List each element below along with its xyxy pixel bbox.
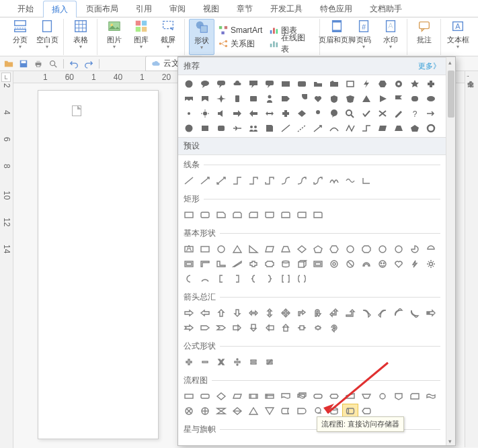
fc-punchtape[interactable]	[423, 389, 439, 404]
tab-view[interactable]: 视图	[195, 1, 227, 17]
arrow-l[interactable]	[197, 306, 213, 320]
line-10[interactable]	[326, 173, 342, 188]
basic-arc[interactable]	[197, 271, 213, 286]
line-11[interactable]	[342, 173, 358, 188]
comment-button[interactable]: 批注	[411, 19, 437, 45]
table-button[interactable]: 表格▾	[68, 19, 93, 49]
basic-bracket-l[interactable]	[213, 271, 229, 286]
shape-square-outline[interactable]	[342, 77, 358, 91]
arrow-lrcallout[interactable]	[294, 320, 310, 335]
picture-button[interactable]: 图片▾	[102, 19, 127, 49]
shape-folder2[interactable]	[326, 77, 342, 91]
tab-start[interactable]: 开始	[9, 1, 42, 17]
basic-dec[interactable]	[374, 242, 391, 257]
fc-internal[interactable]	[262, 389, 278, 404]
arrow-curved-l[interactable]	[374, 306, 391, 320]
arrow-curved-r[interactable]	[358, 306, 374, 320]
shape-circle[interactable]	[181, 77, 197, 91]
shape-note[interactable]	[262, 121, 278, 136]
open-icon[interactable]	[4, 59, 13, 69]
basic-lightning[interactable]	[407, 257, 423, 271]
online-chart-button[interactable]: 在线图表	[269, 38, 313, 50]
screenshot-button[interactable]: 截屏▾	[155, 19, 181, 49]
relation-button[interactable]: 关系图	[218, 38, 262, 50]
shape-plus[interactable]	[423, 77, 439, 91]
preview-icon[interactable]	[48, 59, 58, 69]
fc-or[interactable]	[197, 404, 213, 418]
page-number-button[interactable]: # 页码▾	[351, 19, 376, 49]
shape-diamond[interactable]	[294, 106, 310, 121]
basic-bracket-r[interactable]	[229, 271, 245, 286]
shape-arrow-lr[interactable]	[262, 106, 278, 121]
fc-process[interactable]	[181, 389, 197, 404]
arrow-lr[interactable]	[245, 306, 262, 320]
header-footer-button[interactable]: 页眉和页脚	[324, 19, 350, 49]
shape-speech2[interactable]	[213, 77, 229, 91]
line-2[interactable]	[197, 173, 213, 188]
shape-zigzag[interactable]	[342, 121, 358, 136]
shape-search[interactable]	[342, 106, 358, 121]
shape-edit[interactable]	[391, 106, 407, 121]
arrow-uturn[interactable]	[310, 306, 326, 320]
basic-sun[interactable]	[423, 257, 439, 271]
line-4[interactable]	[229, 173, 245, 188]
arrow-ucallout[interactable]	[278, 320, 294, 335]
tab-insert[interactable]: 插入	[43, 1, 77, 17]
page-break-button[interactable]: 分页▾	[7, 19, 33, 49]
shape-arrow-r[interactable]	[229, 106, 245, 121]
line-1[interactable]	[181, 173, 197, 188]
shape-flag[interactable]	[391, 91, 407, 106]
shape-cross[interactable]	[278, 106, 294, 121]
shape-chat[interactable]	[326, 106, 342, 121]
shape-pill[interactable]	[423, 91, 439, 106]
basic-trap[interactable]	[278, 242, 294, 257]
shape-parallelogram[interactable]	[374, 121, 391, 136]
basic-blockarc[interactable]	[358, 257, 374, 271]
basic-heart[interactable]	[391, 257, 407, 271]
shape-ring[interactable]	[423, 121, 439, 136]
formula-plus[interactable]	[181, 355, 197, 369]
fc-connector[interactable]	[374, 389, 391, 404]
rect-6[interactable]	[262, 208, 278, 222]
basic-brace-r[interactable]	[262, 271, 278, 286]
shape-gear[interactable]	[391, 77, 407, 91]
fc-merge[interactable]	[262, 404, 278, 418]
shape-sound[interactable]	[213, 106, 229, 121]
basic-cube[interactable]	[294, 257, 310, 271]
fc-offpage[interactable]	[391, 389, 407, 404]
formula-minus[interactable]	[197, 355, 213, 369]
tab-devtools[interactable]: 开发工具	[262, 1, 311, 17]
basic-moon[interactable]	[181, 271, 197, 286]
line-12[interactable]	[358, 173, 374, 188]
basic-halfframe[interactable]	[197, 257, 213, 271]
basic-diamond[interactable]	[294, 242, 310, 257]
panel-scrollbar[interactable]: ▴ ▾	[446, 57, 455, 445]
rect-7[interactable]	[278, 208, 294, 222]
line-7[interactable]	[278, 173, 294, 188]
fc-manualop[interactable]	[358, 389, 374, 404]
shape-rect[interactable]	[278, 77, 294, 91]
rect-1[interactable]	[181, 208, 197, 222]
tab-special[interactable]: 特色应用	[312, 1, 360, 17]
tab-reference[interactable]: 引用	[128, 1, 160, 17]
basic-chord[interactable]	[423, 242, 439, 257]
formula-neq[interactable]	[262, 355, 278, 369]
line-5[interactable]	[245, 173, 262, 188]
basic-pie[interactable]	[407, 242, 423, 257]
shape-arrow-group[interactable]	[229, 121, 245, 136]
basic-brace-l[interactable]	[245, 271, 262, 286]
shape-star4[interactable]	[213, 91, 229, 106]
fc-document[interactable]	[278, 389, 294, 404]
arrow-quadcallout[interactable]	[310, 320, 326, 335]
formula-eq[interactable]	[245, 355, 262, 369]
basic-hept[interactable]	[342, 242, 358, 257]
line-6[interactable]	[262, 173, 278, 188]
more-link[interactable]: 更多》	[418, 61, 440, 71]
basic-tri[interactable]	[229, 242, 245, 257]
shape-elbow[interactable]	[358, 121, 374, 136]
basic-circle[interactable]	[213, 242, 229, 257]
basic-noSymbol[interactable]	[342, 257, 358, 271]
shape-check[interactable]	[358, 106, 374, 121]
fc-card[interactable]	[407, 389, 423, 404]
shape-square[interactable]	[197, 121, 213, 136]
